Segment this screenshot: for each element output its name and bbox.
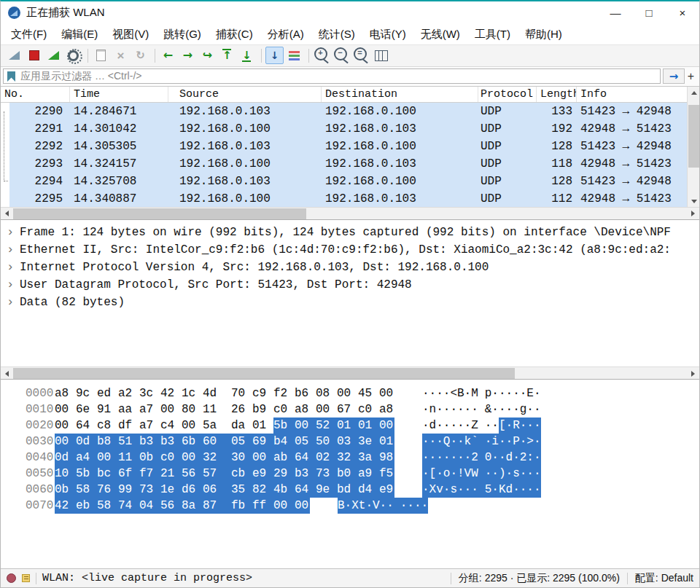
hex-ascii-char[interactable]: 2 [520,450,527,466]
hex-byte[interactable]: c0 [273,401,295,418]
hex-ascii-char[interactable]: · [506,434,513,450]
hex-ascii-char[interactable]: · [443,401,451,418]
hex-byte[interactable]: 58 [76,482,97,498]
hex-byte[interactable]: 5b [76,466,97,482]
capture-stop-icon[interactable] [25,47,43,64]
hex-byte[interactable]: 3e [358,434,379,450]
hex-ascii-char[interactable]: · [520,482,527,498]
hex-ascii-char[interactable]: · [443,418,451,434]
hex-ascii-char[interactable]: · [436,466,443,482]
hex-byte[interactable]: c4 [160,418,182,434]
hex-ascii-char[interactable]: · [520,466,527,482]
hex-ascii-char[interactable]: · [464,450,472,466]
hex-ascii-char[interactable]: · [499,385,506,401]
hex-ascii-char[interactable]: · [464,385,472,401]
hex-byte[interactable]: 56 [182,466,203,482]
hex-byte[interactable]: a8 [55,385,76,401]
hex-byte[interactable]: 58 [97,498,118,514]
hex-ascii-char[interactable]: · [407,498,414,514]
hex-byte[interactable]: 82 [252,482,273,498]
hex-ascii-char[interactable]: · [421,498,429,514]
capture-restart-icon[interactable] [44,47,63,64]
hex-byte[interactable]: a8 [295,401,316,418]
reload-icon[interactable] [131,47,149,64]
hex-ascii-char[interactable]: · [526,482,534,498]
hex-ascii-char[interactable]: K [499,482,506,498]
hex-ascii-char[interactable]: · [520,418,527,434]
hex-byte[interactable]: 74 [118,498,139,514]
hex-ascii-char[interactable]: · [520,385,527,401]
hex-byte[interactable]: c0 [160,450,182,466]
hex-ascii-char[interactable]: o [443,466,451,482]
hex-ascii-char[interactable]: · [534,450,541,466]
hex-ascii-char[interactable]: · [422,482,429,498]
hex-byte[interactable]: cb [231,466,252,482]
hex-ascii-char[interactable]: ` [471,434,478,450]
protocol-layer-row[interactable]: ›Frame 1: 124 bytes on wire (992 bits), … [1,224,699,241]
hex-ascii-char[interactable]: · [457,482,464,498]
hex-byte[interactable]: 0b [55,482,76,498]
hex-ascii-char[interactable]: · [506,401,513,418]
hex-byte[interactable]: 6f [118,466,139,482]
hex-ascii-char[interactable]: p [485,385,492,401]
menu-item-edit[interactable]: 编辑(E) [54,24,105,44]
menu-item-file[interactable]: 文件(F) [4,24,54,44]
hex-byte[interactable]: ff [252,498,273,514]
hex-byte[interactable]: 45 [358,385,379,401]
hex-byte[interactable]: 80 [182,401,203,418]
resize-columns-icon[interactable] [372,47,390,64]
hex-byte[interactable]: 01 [337,418,358,434]
hex-byte[interactable]: 42 [55,498,76,514]
hex-ascii-char[interactable]: · [386,498,394,514]
hex-byte[interactable]: 32 [203,450,231,466]
hex-byte[interactable]: 03 [337,434,358,450]
hex-byte[interactable]: 26 [231,401,252,418]
hex-byte[interactable]: b3 [295,466,316,482]
menu-item-view[interactable]: 视图(V) [105,24,156,44]
hex-byte[interactable]: 50 [316,434,337,450]
hex-ascii-char[interactable]: · [464,482,472,498]
hex-byte[interactable]: a4 [76,450,97,466]
profile-button[interactable]: 配置: Default [635,572,693,585]
hex-byte[interactable]: 01 [379,434,394,450]
hex-byte[interactable]: 00 [182,450,203,466]
hex-ascii-char[interactable]: V [373,498,380,514]
hex-ascii-char[interactable]: · [464,418,472,434]
hex-ascii-char[interactable]: · [491,466,499,482]
hex-ascii-char[interactable]: · [513,385,520,401]
zoom-in-icon[interactable] [313,47,331,64]
hex-ascii-char[interactable]: Q [443,434,451,450]
colorize-icon[interactable] [285,47,303,64]
hex-ascii-char[interactable]: W [471,466,478,482]
hex-byte[interactable]: a9 [358,466,379,482]
capture-options-icon[interactable] [64,47,82,64]
go-back-icon[interactable] [159,47,177,64]
hex-ascii-char[interactable]: X [351,498,359,514]
packet-row[interactable]: 229114.301042192.168.0.100192.168.0.103U… [1,120,699,138]
hex-byte[interactable]: 10 [55,466,76,482]
hex-ascii-char[interactable]: · [436,450,443,466]
hex-byte[interactable]: 00 [273,498,295,514]
hex-ascii-char[interactable]: · [534,385,541,401]
hex-byte[interactable]: f7 [139,466,160,482]
column-header-proto[interactable]: Protocol [478,87,537,102]
hex-ascii-char[interactable]: · [499,401,506,418]
hex-byte[interactable]: 00 [252,450,273,466]
protocol-layer-row[interactable]: ›Data (82 bytes) [1,294,699,311]
hex-byte[interactable]: b3 [139,434,160,450]
hex-byte[interactable]: aa [118,401,139,418]
hex-ascii-char[interactable]: Z [471,418,478,434]
hex-byte[interactable]: 01 [252,418,273,434]
chevron-right-icon[interactable]: › [1,224,20,241]
hex-ascii-char[interactable]: B [457,385,464,401]
apply-filter-button[interactable] [663,68,685,84]
hex-byte[interactable]: 00 [55,418,76,434]
hex-ascii-char[interactable]: · [499,450,506,466]
scroll-down-button[interactable] [688,195,700,208]
hex-ascii-char[interactable]: · [450,401,457,418]
scroll-left-button[interactable] [1,367,13,380]
hex-byte[interactable]: a2 [118,385,139,401]
hex-byte[interactable]: 29 [273,466,295,482]
hex-ascii-char[interactable]: · [414,498,421,514]
hex-byte[interactable]: 9e [316,482,337,498]
